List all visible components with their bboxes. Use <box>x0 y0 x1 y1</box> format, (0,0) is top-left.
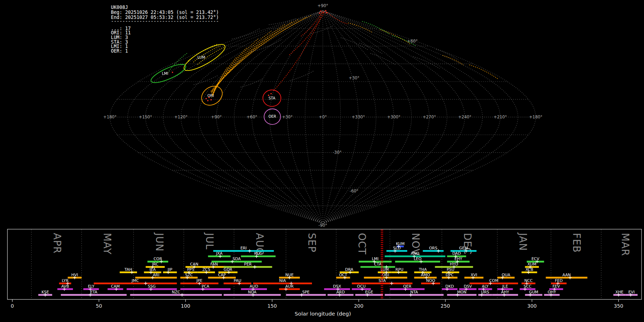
shower-label-avb: AVB <box>61 284 69 289</box>
station-id: UK008J <box>111 5 128 10</box>
shower-label-ncc: NCC <box>524 278 533 283</box>
month-label-apr: APR <box>52 233 63 254</box>
shower-label-ori: ORI <box>382 273 389 277</box>
meteor-trail <box>232 29 260 39</box>
shower-label-lmi: LMI <box>372 257 379 261</box>
grid-longitude-label: +300° <box>387 114 400 119</box>
shower-label-szc: SZC <box>185 273 193 277</box>
meteor-trail <box>311 25 333 34</box>
month-label-sep: SEP <box>306 233 318 253</box>
shower-label-dpc: DPC <box>446 273 454 277</box>
meteor-trail <box>327 12 347 24</box>
meteor-point <box>172 72 173 73</box>
meteor-trail <box>359 43 382 54</box>
shower-label-irc: IRC <box>152 262 158 267</box>
shower-label-oct: OCT <box>339 273 347 277</box>
shower-label-kum: KUM <box>396 241 405 246</box>
shower-label-ari: ARI <box>153 273 159 277</box>
shower-label-xhe: XHE <box>615 290 624 294</box>
x-axis-tick-label: 250 <box>441 303 450 309</box>
grid-longitude-label: +270° <box>423 114 436 119</box>
meteor-point <box>325 10 326 11</box>
shower-label-pps: PPS <box>187 267 194 272</box>
grid-longitude-label: +30° <box>282 114 293 119</box>
shower-label-com: COM <box>489 278 498 283</box>
shower-label-cap: CAP <box>218 273 226 277</box>
shower-label-nzc: NZC <box>172 290 180 294</box>
meteor-trail <box>274 11 323 90</box>
x-axis-tick-label: 100 <box>181 303 190 309</box>
shower-label-aud: AUD <box>250 284 258 289</box>
x-axis-title: Solar longitude (deg) <box>295 311 351 317</box>
shower-label-cam: CAM <box>111 284 119 289</box>
shower-label-sta: STA <box>379 278 386 283</box>
meteor-trail <box>380 30 411 44</box>
shower-label-pau: PAU <box>234 278 241 283</box>
shower-count-list: ...: 17ORI: 11LUM: 3STA: 3LMI: 1OER: 1 <box>111 26 131 54</box>
shower-label-kcg: KCG <box>254 251 263 256</box>
shower-label-sda: SDA <box>233 257 241 261</box>
radiant-label-lum: LUM <box>197 55 205 59</box>
shower-label-ors: ORS <box>429 246 437 250</box>
shower-label-ohy: OHY <box>548 290 556 294</box>
shower-label-fev: FEV <box>552 284 560 289</box>
shower-label-aly: ALY <box>482 284 489 289</box>
shower-label-evi: EVI <box>628 290 635 294</box>
sky-map: +180°+150°+120°+90°+60°+30°+0°+330°+300°… <box>103 3 542 228</box>
shower-label-aur: AUR <box>286 284 294 289</box>
shower-label-gdr: GDR <box>224 267 233 272</box>
meteor-point <box>207 100 209 101</box>
shower-label-ard: ARD <box>336 290 345 294</box>
meteor-trail <box>413 57 439 68</box>
grid-latitude-label: -90° <box>318 223 327 228</box>
plot-canvas: +180°+150°+120°+90°+60°+30°+0°+330°+300°… <box>0 0 644 322</box>
grid-longitude-label: +180° <box>529 114 542 119</box>
shower-label-cor: COR <box>153 257 162 261</box>
shower-label-ehy: EHY <box>454 257 462 261</box>
shower-label-ssg: SSG <box>148 284 156 289</box>
meteor-trail <box>341 38 369 50</box>
meteor-trail <box>194 75 219 84</box>
meteor-point <box>326 12 327 14</box>
meteor-point <box>320 10 322 12</box>
shower-label-lum: LUM <box>381 267 389 272</box>
grid-longitude-label: +150° <box>139 114 152 119</box>
x-axis-tick-label: 0 <box>11 303 14 309</box>
grid-latitude-label: -30° <box>333 150 341 155</box>
shower-label-xum: XUM <box>527 262 536 267</box>
shower-label-ege: EGE <box>365 290 373 294</box>
shower-label-per: PER <box>244 262 252 267</box>
shower-label-aan: AAN <box>562 273 571 277</box>
x-axis-tick-label: 350 <box>614 303 623 309</box>
month-label-mar: MAR <box>620 233 631 256</box>
shower-label-jxa: JXA <box>216 251 223 256</box>
shower-label-gem: GEM <box>459 246 468 250</box>
radiant-label-ori: ORI <box>208 93 214 98</box>
shower-label-qua: QUA <box>502 273 511 277</box>
shower-label-eta: ETA <box>90 290 98 294</box>
header-info: UK008J Beg: 20251026 22:43:05 (sol = 213… <box>111 5 219 54</box>
x-axis-tick-label: 200 <box>354 303 364 309</box>
shower-label-leo: LEO <box>414 257 421 261</box>
month-label-jul: JUL <box>204 232 215 250</box>
grid-latitude-label: +90° <box>317 3 328 8</box>
shower-label-nda: NDA <box>248 290 257 294</box>
shower-label-oer: OER <box>403 284 411 289</box>
grid-latitude-label: +60° <box>407 39 418 44</box>
month-label-jan: JAN <box>517 232 529 251</box>
grid-longitude-label: +60° <box>247 114 257 119</box>
grid-longitude-label: +0° <box>319 114 327 119</box>
shower-label-amo: AMO <box>421 273 430 277</box>
shower-label-psu: PSU <box>447 267 454 272</box>
radiant-label-sta: STA <box>268 96 275 100</box>
shower-label-cta: CTA <box>374 262 381 267</box>
shower-label-ecv: ECV <box>531 257 539 261</box>
meteor-point <box>270 93 272 94</box>
x-axis-tick-label: 150 <box>267 303 277 309</box>
shower-label-dkd: DKD <box>445 284 454 289</box>
shower-label-xvi: XVI <box>471 273 477 277</box>
month-label-jun: JUN <box>154 232 165 252</box>
shower-label-nta: NTA <box>410 290 418 294</box>
grid-latitude-label: +30° <box>349 75 360 80</box>
grid-longitude-label: +120° <box>174 114 187 119</box>
